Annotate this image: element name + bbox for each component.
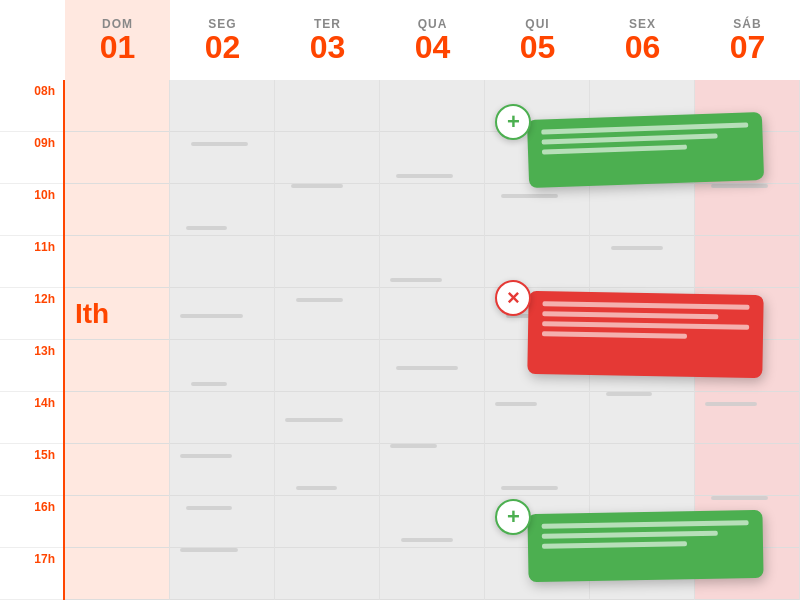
event-line (542, 331, 687, 339)
decorative-line (611, 246, 663, 250)
grid-cell (275, 548, 379, 600)
decorative-line (396, 174, 453, 178)
grid-cell (170, 132, 274, 184)
time-slot: 17h (0, 548, 63, 600)
ith-label: Ith (75, 298, 109, 330)
day-column-qua (380, 80, 485, 600)
decorative-line (180, 314, 242, 318)
decorative-line (186, 226, 228, 230)
time-slot: 13h (0, 340, 63, 392)
event-card-green-2[interactable] (527, 510, 763, 582)
day-number: 03 (310, 31, 346, 63)
grid-cell (275, 132, 379, 184)
time-slot: 15h (0, 444, 63, 496)
grid-cell (65, 236, 169, 288)
event-line (542, 134, 718, 145)
event-line (542, 321, 749, 330)
decorative-line (705, 402, 757, 406)
time-gutter: 08h09h10h11h12h13h14h15h16h17h (0, 80, 65, 600)
grid-cell (65, 340, 169, 392)
decorative-line (495, 402, 537, 406)
event-line (542, 520, 749, 529)
grid-cell (170, 444, 274, 496)
close-icon[interactable]: × (495, 280, 531, 316)
grid-cell (275, 288, 379, 340)
decorative-line (606, 392, 653, 396)
event-line (542, 145, 687, 155)
event-line (542, 311, 718, 319)
grid-cell (170, 496, 274, 548)
grid-cell (170, 392, 274, 444)
day-header-seg: SEG 02 (170, 0, 275, 80)
grid-cell (65, 80, 169, 132)
day-header-sex: SEX 06 (590, 0, 695, 80)
time-slot: 11h (0, 236, 63, 288)
grid-cell (695, 236, 799, 288)
decorative-line (390, 278, 442, 282)
time-slot: 08h (0, 80, 63, 132)
day-number: 07 (730, 31, 766, 63)
event-line (541, 123, 748, 135)
decorative-line (711, 184, 768, 188)
time-slot: 16h (0, 496, 63, 548)
grid-cell (695, 184, 799, 236)
day-header-qui: QUI 05 (485, 0, 590, 80)
plus-icon[interactable]: + (495, 499, 531, 535)
decorative-line (501, 194, 558, 198)
event-line (542, 530, 718, 538)
grid-cell (590, 444, 694, 496)
day-number: 02 (205, 31, 241, 63)
day-number: 01 (100, 31, 136, 63)
day-column-ter (275, 80, 380, 600)
decorative-line (180, 454, 232, 458)
decorative-line (711, 496, 768, 500)
decorative-line (401, 538, 453, 542)
day-header-qua: QUA 04 (380, 0, 485, 80)
day-column-seg (170, 80, 275, 600)
grid-cell (65, 392, 169, 444)
event-card-green-0[interactable] (527, 112, 764, 188)
time-slot: 09h (0, 132, 63, 184)
plus-icon[interactable]: + (495, 104, 531, 140)
time-slot: 10h (0, 184, 63, 236)
grid-cell (380, 548, 484, 600)
grid-cell (275, 340, 379, 392)
decorative-line (296, 298, 343, 302)
day-number: 05 (520, 31, 556, 63)
grid-cell (485, 236, 589, 288)
grid-cell (170, 236, 274, 288)
grid-cell (695, 392, 799, 444)
day-header-dom: DOM 01 (65, 0, 170, 80)
time-gutter-header (0, 0, 65, 80)
grid-area: Ith+×+ (65, 80, 800, 600)
grid-cell (590, 392, 694, 444)
event-line (542, 541, 687, 549)
grid-cell (590, 184, 694, 236)
grid-cell (65, 132, 169, 184)
grid-cell (275, 184, 379, 236)
grid-cell (170, 548, 274, 600)
decorative-line (390, 444, 437, 448)
grid-cell (275, 496, 379, 548)
grid-cell (275, 236, 379, 288)
decorative-line (296, 486, 338, 490)
grid-cell (485, 392, 589, 444)
grid-cell (380, 80, 484, 132)
event-card-red-1[interactable] (527, 291, 764, 378)
decorative-line (186, 506, 233, 510)
calendar: DOM 01 SEG 02 TER 03 QUA 04 QUI 05 SEX 0… (0, 0, 800, 600)
day-header-sáb: SÁB 07 (695, 0, 800, 80)
grid-cell (380, 184, 484, 236)
header-row: DOM 01 SEG 02 TER 03 QUA 04 QUI 05 SEX 0… (0, 0, 800, 80)
grid-cell (275, 80, 379, 132)
grid-cell (380, 288, 484, 340)
decorative-line (191, 142, 248, 146)
grid-cell (65, 444, 169, 496)
body-area: 08h09h10h11h12h13h14h15h16h17h Ith+×+ (0, 80, 800, 600)
event-line (543, 301, 750, 310)
grid-cell (695, 444, 799, 496)
decorative-line (396, 366, 458, 370)
decorative-line (285, 418, 342, 422)
grid-cell (590, 236, 694, 288)
grid-cell (485, 184, 589, 236)
